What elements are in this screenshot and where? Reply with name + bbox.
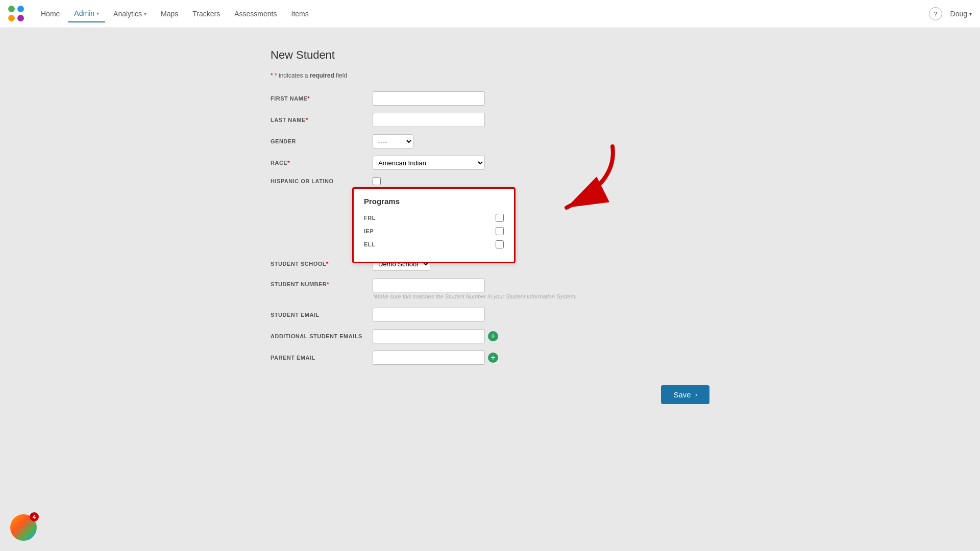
- frl-label: FRL: [364, 215, 376, 221]
- gender-row: GENDER ---- Male Female Other: [271, 134, 709, 148]
- parent-email-row: PARENT EMAIL +: [271, 350, 709, 365]
- page-title: New Student: [271, 48, 709, 62]
- iep-row: IEP: [364, 227, 504, 235]
- gender-select[interactable]: ---- Male Female Other: [373, 134, 413, 148]
- main-content: New Student * * indicates a required fie…: [260, 28, 720, 424]
- iep-label: IEP: [364, 228, 374, 234]
- ell-label: ELL: [364, 241, 375, 247]
- gender-label: GENDER: [271, 138, 373, 144]
- help-icon[interactable]: ?: [929, 7, 942, 20]
- analytics-chevron-icon: ▾: [144, 11, 146, 17]
- student-email-input[interactable]: [373, 308, 485, 322]
- save-section: Save ›: [271, 385, 709, 404]
- save-arrow-icon: ›: [695, 391, 697, 398]
- nav-maps[interactable]: Maps: [155, 6, 184, 22]
- nav-assessments[interactable]: Assessments: [228, 6, 283, 22]
- last-name-row: LAST NAME*: [271, 113, 709, 127]
- required-star: *: [271, 72, 273, 79]
- required-note: * * indicates a required field: [271, 72, 709, 79]
- nav-home[interactable]: Home: [35, 6, 66, 22]
- navbar: Home Admin ▾ Analytics ▾ Maps Trackers A…: [0, 0, 980, 28]
- parent-email-label: PARENT EMAIL: [271, 355, 373, 361]
- programs-popup-title: Programs: [364, 197, 504, 206]
- additional-emails-row: ADDITIONAL STUDENT EMAILS +: [271, 329, 709, 343]
- first-name-label: FIRST NAME*: [271, 95, 373, 102]
- iep-checkbox[interactable]: [496, 227, 504, 235]
- frl-row: FRL: [364, 214, 504, 222]
- student-number-input[interactable]: [373, 278, 485, 292]
- last-name-label: LAST NAME*: [271, 117, 373, 123]
- nav-trackers[interactable]: Trackers: [186, 6, 226, 22]
- nav-items[interactable]: Items: [285, 6, 315, 22]
- user-chevron-icon: ▾: [969, 11, 972, 17]
- add-additional-email-button[interactable]: +: [488, 331, 498, 341]
- user-menu[interactable]: Doug ▾: [950, 10, 972, 18]
- admin-chevron-icon: ▾: [96, 11, 99, 16]
- parent-email-input[interactable]: [373, 350, 485, 365]
- last-name-input[interactable]: [373, 113, 485, 127]
- widget-badge: 4: [30, 512, 39, 521]
- parent-email-wrapper: +: [373, 350, 498, 365]
- nav-analytics[interactable]: Analytics ▾: [107, 6, 153, 22]
- add-parent-email-button[interactable]: +: [488, 353, 498, 363]
- hispanic-label: HISPANIC OR LATINO: [271, 178, 373, 184]
- student-number-label: STUDENT NUMBER*: [271, 278, 373, 287]
- nav-admin[interactable]: Admin ▾: [68, 5, 105, 22]
- first-name-row: FIRST NAME*: [271, 91, 709, 106]
- race-select[interactable]: American Indian Asian Black Hispanic Pac…: [373, 156, 485, 170]
- programs-section: PROGRAMS Programs FRL IEP ELL: [271, 192, 709, 201]
- race-row: RACE* American Indian Asian Black Hispan…: [271, 156, 709, 170]
- widget-icon[interactable]: 4: [10, 514, 37, 541]
- bottom-widget[interactable]: 4: [10, 514, 37, 541]
- ell-checkbox[interactable]: [496, 240, 504, 248]
- hispanic-checkbox[interactable]: [373, 177, 381, 185]
- additional-emails-label: ADDITIONAL STUDENT EMAILS: [271, 333, 373, 339]
- programs-popup: Programs FRL IEP ELL: [352, 187, 516, 263]
- nav-right: ? Doug ▾: [929, 7, 972, 20]
- student-number-hint: *Make sure this matches the Student Numb…: [373, 293, 577, 299]
- additional-emails-wrapper: +: [373, 329, 498, 343]
- hispanic-row: HISPANIC OR LATINO: [271, 177, 709, 185]
- frl-checkbox[interactable]: [496, 214, 504, 222]
- student-email-label: STUDENT EMAIL: [271, 312, 373, 318]
- student-email-row: STUDENT EMAIL: [271, 308, 709, 322]
- user-name: Doug: [950, 10, 967, 18]
- save-button[interactable]: Save ›: [661, 385, 709, 404]
- nav-links: Home Admin ▾ Analytics ▾ Maps Trackers A…: [35, 5, 929, 22]
- logo[interactable]: [8, 6, 24, 22]
- additional-emails-input[interactable]: [373, 329, 485, 343]
- student-number-wrapper: *Make sure this matches the Student Numb…: [373, 278, 577, 299]
- student-number-row: STUDENT NUMBER* *Make sure this matches …: [271, 278, 709, 299]
- ell-row: ELL: [364, 240, 504, 248]
- first-name-input[interactable]: [373, 91, 485, 106]
- race-label: RACE*: [271, 160, 373, 166]
